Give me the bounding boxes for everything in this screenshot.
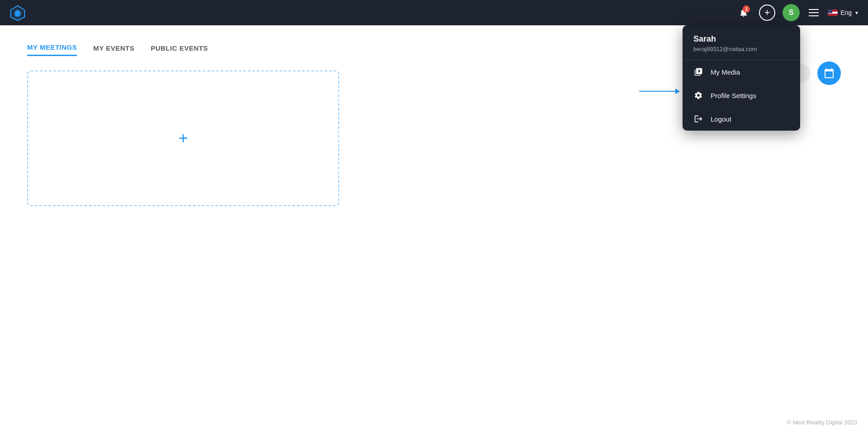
calendar-icon [824,68,835,79]
header: 1 + S Eng ▼ [0,0,868,25]
media-icon [693,67,703,76]
language-label: Eng [840,9,852,16]
tab-public-events[interactable]: PUBLIC EVENTS [151,43,208,56]
my-media-label: My Media [711,68,740,76]
logo-icon [9,4,26,21]
dropdown-item-profile-settings[interactable]: Profile Settings [683,84,800,107]
avatar-button[interactable]: S [783,4,800,21]
menu-line-3 [809,15,819,16]
dropdown-item-logout[interactable]: Logout [683,107,800,131]
notification-button[interactable]: 1 [735,5,752,21]
empty-add-card[interactable]: + [27,71,339,206]
arrow-line [639,91,675,92]
dropdown-username: Sarah [693,34,789,44]
flag-icon [828,9,838,16]
profile-settings-label: Profile Settings [711,92,756,99]
dropdown-item-my-media[interactable]: My Media [683,60,800,84]
add-button[interactable]: + [759,5,775,21]
arrow-head [675,89,680,94]
user-dropdown-menu: Sarah beraj89312@cwtaa.com My Media Prof… [683,25,800,131]
settings-icon [693,91,703,100]
arrow-indicator [639,89,680,94]
header-actions: 1 + S Eng ▼ [735,4,859,21]
language-button[interactable]: Eng ▼ [828,9,859,16]
calendar-button[interactable] [817,61,841,85]
notification-badge: 1 [743,5,750,13]
menu-line-2 [809,12,819,13]
logo[interactable] [9,4,26,21]
logout-icon [693,114,703,123]
add-meeting-icon: + [178,130,188,146]
chevron-down-icon: ▼ [854,10,859,15]
hamburger-menu-button[interactable] [807,7,821,18]
copyright-text: © Next Reality Digital 2023 [787,419,857,426]
dropdown-user-info: Sarah beraj89312@cwtaa.com [683,25,800,60]
tab-my-meetings[interactable]: MY MEETINGS [27,43,77,56]
tab-my-events[interactable]: MY EVENTS [93,43,134,56]
footer: © Next Reality Digital 2023 [787,419,857,426]
dropdown-email: beraj89312@cwtaa.com [693,46,789,52]
menu-line-1 [809,9,819,10]
logout-label: Logout [711,115,731,123]
